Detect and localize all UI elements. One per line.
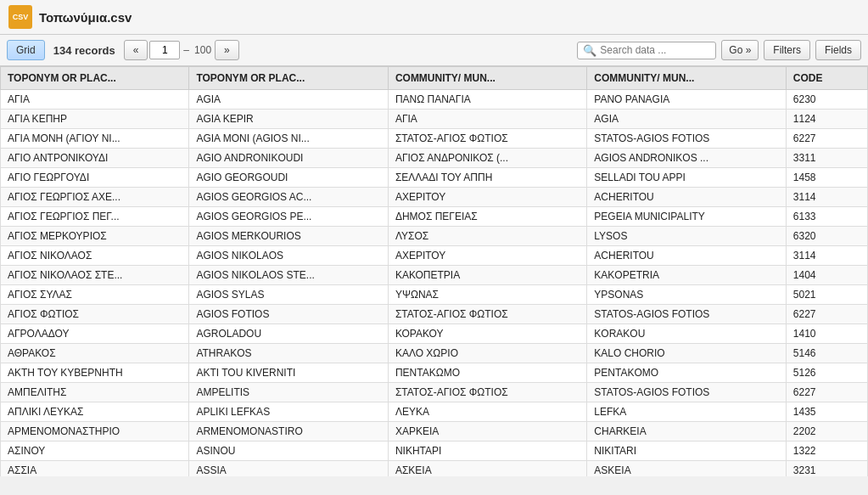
table-row[interactable]: ΑΓΙΟΣ ΝΙΚΟΛΑΟΣ ΣΤΕ...AGIOS NIKOLAOS STE.… xyxy=(1,266,868,285)
search-input[interactable] xyxy=(600,44,710,56)
cell-1-4: 1124 xyxy=(786,110,867,129)
table-row[interactable]: ΑΓΙΑ ΚΕΠΗΡAGIA KEPIRΑΓΙΑAGIA1124 xyxy=(1,110,868,129)
table-row[interactable]: ΑΓΡΟΛΑΔΟΥAGROLADOUΚΟΡΑΚΟΥKORAKOU1410 xyxy=(1,324,868,344)
cell-8-2: ΑΧΕΡΙΤΟΥ xyxy=(388,246,586,266)
table-row[interactable]: ΑΚΤΗ ΤΟΥ ΚΥΒΕΡΝΗΤΗAKTI TOU KIVERNITIΠΕΝΤ… xyxy=(1,363,868,383)
cell-16-0: ΑΠΛΙΚΙ ΛΕΥΚΑΣ xyxy=(1,402,189,422)
title-bar: CSV Τοπωνύμια.csv xyxy=(0,0,868,35)
cell-0-0: ΑΓΙΑ xyxy=(1,90,189,110)
table-row[interactable]: ΑΜΠΕΛΙΤΗΣAMPELITISΣΤΑΤΟΣ-ΑΓΙΟΣ ΦΩΤΙΟΣSTA… xyxy=(1,383,868,402)
cell-7-0: ΑΓΙΟΣ ΜΕΡΚΟΥΡΙΟΣ xyxy=(1,227,189,246)
cell-12-0: ΑΓΡΟΛΑΔΟΥ xyxy=(1,324,189,344)
cell-17-2: ΧΑΡΚΕΙΑ xyxy=(388,422,586,442)
table-row[interactable]: ΑΓΙΟΣ ΦΩΤΙΟΣAGIOS FOTIOSΣΤΑΤΟΣ-ΑΓΙΟΣ ΦΩΤ… xyxy=(1,305,868,324)
table-row[interactable]: ΑΓΙΟΣ ΜΕΡΚΟΥΡΙΟΣAGIOS MERKOURIOSΛΥΣΟΣLYS… xyxy=(1,227,868,246)
cell-17-3: CHARKEIA xyxy=(587,422,786,442)
cell-7-1: AGIOS MERKOURIOS xyxy=(189,227,388,246)
cell-15-3: STATOS-AGIOS FOTIOS xyxy=(587,383,786,402)
cell-17-0: ΑΡΜΕΝΟΜΟΝΑΣΤΗΡΙΟ xyxy=(1,422,189,442)
cell-1-2: ΑΓΙΑ xyxy=(388,110,586,129)
cell-11-2: ΣΤΑΤΟΣ-ΑΓΙΟΣ ΦΩΤΙΟΣ xyxy=(388,305,586,324)
cell-7-3: LYSOS xyxy=(587,227,786,246)
cell-13-3: KALO CHORIO xyxy=(587,344,786,363)
cell-14-2: ΠΕΝΤΑΚΩΜΟ xyxy=(388,363,586,383)
table-row[interactable]: ΑΓΙΟΣ ΓΕΩΡΓΙΟΣ ΑΧΕ...AGIOS GEORGIOS AC..… xyxy=(1,188,868,207)
cell-5-4: 3114 xyxy=(786,188,867,207)
cell-7-4: 6320 xyxy=(786,227,867,246)
cell-19-4: 3231 xyxy=(786,461,867,477)
table-row[interactable]: ΑΡΜΕΝΟΜΟΝΑΣΤΗΡΙΟARMENOMONASTIROΧΑΡΚΕΙΑCH… xyxy=(1,422,868,442)
go-button[interactable]: Go » xyxy=(721,40,759,60)
cell-2-4: 6227 xyxy=(786,129,867,149)
cell-4-2: ΣΕΛΛΑΔΙ ΤΟΥ ΑΠΠΗ xyxy=(388,168,586,188)
cell-18-0: ΑΣΙΝΟΥ xyxy=(1,442,189,461)
cell-4-1: AGIO GEORGOUDI xyxy=(189,168,388,188)
cell-5-3: ACHERITOU xyxy=(587,188,786,207)
cell-16-3: LEFKA xyxy=(587,402,786,422)
filters-button[interactable]: Filters xyxy=(764,40,810,60)
cell-14-1: AKTI TOU KIVERNITI xyxy=(189,363,388,383)
cell-13-4: 5146 xyxy=(786,344,867,363)
cell-7-2: ΛΥΣΟΣ xyxy=(388,227,586,246)
col-header-1: TOPONYM OR PLAC... xyxy=(189,67,388,90)
table-row[interactable]: ΑΓΙΟ ΓΕΩΡΓΟΥΔΙAGIO GEORGOUDIΣΕΛΛΑΔΙ ΤΟΥ … xyxy=(1,168,868,188)
col-header-2: COMMUNITY/ MUN... xyxy=(388,67,586,90)
table-body: ΑΓΙΑAGIAΠΑΝΩ ΠΑΝΑΓΙΑPANO PANAGIA6230ΑΓΙΑ… xyxy=(1,90,868,477)
cell-14-4: 5126 xyxy=(786,363,867,383)
page-end: 100 xyxy=(193,44,213,56)
cell-11-3: STATOS-AGIOS FOTIOS xyxy=(587,305,786,324)
data-table: TOPONYM OR PLAC...TOPONYM OR PLAC...COMM… xyxy=(0,66,868,476)
cell-16-4: 1435 xyxy=(786,402,867,422)
cell-4-4: 1458 xyxy=(786,168,867,188)
fields-button[interactable]: Fields xyxy=(815,40,861,60)
cell-0-1: AGIA xyxy=(189,90,388,110)
table-row[interactable]: ΑΣΣΙΑASSIAΑΣΚΕΙΑASKEIA3231 xyxy=(1,461,868,477)
cell-18-4: 1322 xyxy=(786,442,867,461)
cell-0-2: ΠΑΝΩ ΠΑΝΑΓΙΑ xyxy=(388,90,586,110)
table-row[interactable]: ΑΓΙΟΣ ΝΙΚΟΛΑΟΣAGIOS NIKOLAOSΑΧΕΡΙΤΟΥACHE… xyxy=(1,246,868,266)
cell-1-0: ΑΓΙΑ ΚΕΠΗΡ xyxy=(1,110,189,129)
cell-1-3: AGIA xyxy=(587,110,786,129)
cell-8-1: AGIOS NIKOLAOS xyxy=(189,246,388,266)
next-page-button[interactable]: » xyxy=(215,40,239,60)
cell-13-2: ΚΑΛΟ ΧΩΡΙΟ xyxy=(388,344,586,363)
cell-11-0: ΑΓΙΟΣ ΦΩΤΙΟΣ xyxy=(1,305,189,324)
table-row[interactable]: ΑΓΙΟ ΑΝΤΡΟΝΙΚΟΥΔΙAGIO ANDRONIKOUDIΑΓΙΟΣ … xyxy=(1,149,868,168)
cell-0-3: PANO PANAGIA xyxy=(587,90,786,110)
table-row[interactable]: ΑΓΙΟΣ ΣΥΛΑΣAGIOS SYLASΥΨΩΝΑΣYPSONAS5021 xyxy=(1,285,868,305)
search-icon: 🔍 xyxy=(583,44,596,57)
cell-18-2: ΝΙΚΗΤΑΡΙ xyxy=(388,442,586,461)
col-header-3: COMMUNITY/ MUN... xyxy=(587,67,786,90)
col-header-4: CODE xyxy=(786,67,867,90)
cell-2-0: ΑΓΙΑ ΜΟΝΗ (ΑΓΙΟΥ ΝΙ... xyxy=(1,129,189,149)
cell-14-0: ΑΚΤΗ ΤΟΥ ΚΥΒΕΡΝΗΤΗ xyxy=(1,363,189,383)
table-row[interactable]: ΑΓΙΑ ΜΟΝΗ (ΑΓΙΟΥ ΝΙ...AGIA MONI (AGIOS N… xyxy=(1,129,868,149)
cell-13-0: ΑΘΡΑΚΟΣ xyxy=(1,344,189,363)
col-header-0: TOPONYM OR PLAC... xyxy=(1,67,189,90)
cell-10-4: 5021 xyxy=(786,285,867,305)
cell-3-1: AGIO ANDRONIKOUDI xyxy=(189,149,388,168)
cell-18-3: NIKITARI xyxy=(587,442,786,461)
grid-button[interactable]: Grid xyxy=(7,40,45,60)
csv-icon: CSV xyxy=(8,5,32,29)
cell-2-3: STATOS-AGIOS FOTIOS xyxy=(587,129,786,149)
cell-6-0: ΑΓΙΟΣ ΓΕΩΡΓΙΟΣ ΠΕΓ... xyxy=(1,207,189,227)
page-input[interactable] xyxy=(149,41,180,59)
prev-page-button[interactable]: « xyxy=(124,40,148,60)
cell-18-1: ASINOU xyxy=(189,442,388,461)
table-row[interactable]: ΑΣΙΝΟΥASINOUΝΙΚΗΤΑΡΙNIKITARI1322 xyxy=(1,442,868,461)
cell-15-4: 6227 xyxy=(786,383,867,402)
cell-3-0: ΑΓΙΟ ΑΝΤΡΟΝΙΚΟΥΔΙ xyxy=(1,149,189,168)
cell-3-2: ΑΓΙΟΣ ΑΝΔΡΟΝΙΚΟΣ (... xyxy=(388,149,586,168)
cell-8-3: ACHERITOU xyxy=(587,246,786,266)
table-row[interactable]: ΑΓΙΟΣ ΓΕΩΡΓΙΟΣ ΠΕΓ...AGIOS GEORGIOS PE..… xyxy=(1,207,868,227)
table-header: TOPONYM OR PLAC...TOPONYM OR PLAC...COMM… xyxy=(1,67,868,90)
cell-19-3: ASKEIA xyxy=(587,461,786,477)
cell-9-0: ΑΓΙΟΣ ΝΙΚΟΛΑΟΣ ΣΤΕ... xyxy=(1,266,189,285)
page-separator: – xyxy=(182,44,191,56)
table-row[interactable]: ΑΠΛΙΚΙ ΛΕΥΚΑΣAPLIKI LEFKASΛΕΥΚΑLEFKA1435 xyxy=(1,402,868,422)
cell-17-4: 2202 xyxy=(786,422,867,442)
cell-6-1: AGIOS GEORGIOS PE... xyxy=(189,207,388,227)
table-row[interactable]: ΑΓΙΑAGIAΠΑΝΩ ΠΑΝΑΓΙΑPANO PANAGIA6230 xyxy=(1,90,868,110)
table-row[interactable]: ΑΘΡΑΚΟΣATHRAKOSΚΑΛΟ ΧΩΡΙΟKALO CHORIO5146 xyxy=(1,344,868,363)
